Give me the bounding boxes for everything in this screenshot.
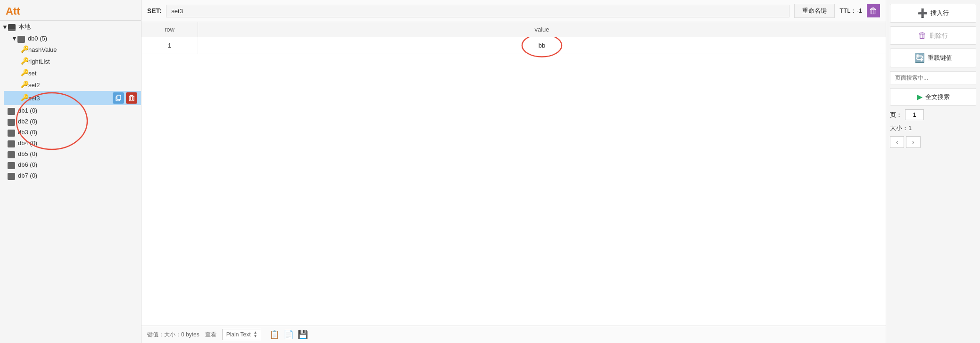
sidebar-item-db1[interactable]: db1 (0) — [0, 105, 141, 116]
table-header: row value — [141, 22, 886, 37]
db4-icon — [8, 140, 15, 146]
page-label: 页： — [890, 111, 902, 119]
key-item-set3[interactable]: 🔑 set3 — [4, 91, 141, 105]
page-search-input[interactable] — [890, 71, 976, 84]
cell-row-1: 1 — [141, 37, 198, 54]
footer-icons: 📋 📄 💾 — [269, 329, 308, 340]
key-icon-rightList: 🔑 — [21, 57, 28, 66]
table-row[interactable]: 1 bb — [141, 37, 886, 54]
trash-icon: 🗑 — [918, 31, 927, 41]
key-item-set[interactable]: 🔑 set — [4, 67, 141, 79]
key-icon-set: 🔑 — [21, 69, 28, 78]
db1-label: db1 (0) — [18, 107, 37, 114]
key-actions-set3 — [113, 92, 137, 104]
db0-group: ▼ db0 (5) 🔑 hashValue 🔑 rightList 🔑 set — [0, 33, 141, 105]
db6-label: db6 (0) — [18, 161, 37, 168]
db6-icon — [8, 162, 15, 168]
sidebar-item-db7[interactable]: db7 (0) — [0, 170, 141, 181]
footer-copy-icon[interactable]: 📋 — [269, 329, 280, 340]
sidebar-item-db2[interactable]: db2 (0) — [0, 116, 141, 127]
set-type-label: SET: — [147, 7, 161, 15]
root-arrow: ▼ — [2, 24, 8, 31]
root-db-icon — [8, 24, 16, 30]
sidebar-item-db3[interactable]: db3 (0) — [0, 127, 141, 138]
db3-label: db3 (0) — [18, 129, 37, 136]
footer-file-icon[interactable]: 📄 — [283, 329, 294, 340]
delete-row-button[interactable]: 🗑 删除行 — [890, 26, 976, 45]
db7-label: db7 (0) — [18, 172, 37, 179]
key-label-hashValue: hashValue — [28, 46, 57, 53]
nav-buttons: ‹ › — [890, 136, 976, 148]
copy-key-btn[interactable] — [113, 92, 124, 104]
key-label-set3: set3 — [28, 95, 40, 102]
col-header-row: row — [141, 22, 198, 37]
page-number-input[interactable] — [905, 109, 924, 120]
key-label-rightList: rightList — [28, 58, 50, 65]
key-label-set2: set2 — [28, 82, 40, 89]
key-icon-set3: 🔑 — [21, 94, 28, 103]
sidebar-item-db5[interactable]: db5 (0) — [0, 148, 141, 159]
play-icon: ▶ — [917, 92, 922, 101]
view-label: 查看 — [205, 331, 216, 339]
db0-label: db0 (5) — [28, 35, 47, 42]
sidebar-item-db0[interactable]: ▼ db0 (5) — [4, 33, 141, 44]
db4-label: db4 (0) — [18, 139, 37, 147]
table-footer: 键值：大小：0 bytes 查看 Plain Text ▲ ▼ 📋 📄 💾 — [141, 326, 886, 343]
key-item-hashValue[interactable]: 🔑 hashValue — [4, 44, 141, 56]
svg-text:🔑: 🔑 — [21, 57, 28, 65]
sidebar-item-db6[interactable]: db6 (0) — [0, 159, 141, 170]
fulltext-btn-label: 全文搜索 — [925, 93, 950, 101]
rename-button[interactable]: 重命名键 — [794, 4, 835, 18]
prev-page-button[interactable]: ‹ — [890, 136, 904, 148]
svg-text:🔑: 🔑 — [21, 69, 28, 76]
db0-icon — [17, 36, 25, 41]
db3-icon — [8, 130, 15, 135]
reload-btn-label: 重载键值 — [928, 54, 952, 62]
svg-text:🔑: 🔑 — [21, 81, 28, 88]
data-table: row value 1 bb 键值：大小：0 bytes 查看 Plain Te… — [141, 22, 886, 343]
svg-rect-6 — [117, 95, 121, 99]
table-body: 1 bb — [141, 37, 886, 326]
format-arrows-icon: ▲ ▼ — [254, 331, 257, 338]
next-page-button[interactable]: › — [906, 136, 920, 148]
app-header: Att — [0, 2, 141, 21]
db1-icon — [8, 108, 15, 114]
footer-save-icon[interactable]: 💾 — [297, 329, 308, 340]
format-selector[interactable]: Plain Text ▲ ▼ — [222, 329, 262, 340]
reload-key-button[interactable]: 🔄 重载键值 — [890, 49, 976, 67]
key-item-set2[interactable]: 🔑 set2 — [4, 79, 141, 91]
reload-icon: 🔄 — [914, 53, 925, 63]
db2-label: db2 (0) — [18, 118, 37, 125]
cell-value-text: bb — [539, 42, 545, 49]
db2-icon — [8, 119, 15, 124]
key-size-label: 键值：大小：0 bytes — [147, 331, 199, 339]
cell-value-bb[interactable]: bb — [198, 37, 886, 54]
fulltext-search-button[interactable]: ▶ 全文搜索 — [890, 88, 976, 106]
svg-rect-10 — [129, 96, 134, 97]
db0-arrow: ▼ — [11, 35, 17, 42]
insert-row-button[interactable]: ➕ 插入行 — [890, 4, 976, 23]
format-label: Plain Text — [226, 331, 251, 338]
svg-rect-11 — [130, 95, 133, 96]
svg-rect-7 — [129, 96, 134, 101]
plus-circle-icon: ➕ — [917, 8, 928, 18]
size-label: 大小：1 — [890, 124, 976, 132]
key-icon-set2: 🔑 — [21, 81, 28, 90]
sidebar: Att ▼ 本地 ▼ db0 (5) 🔑 hashValue 🔑 rightLi… — [0, 0, 141, 343]
key-item-rightList[interactable]: 🔑 rightList — [4, 56, 141, 67]
ttl-label: TTL：-1 — [839, 7, 862, 15]
insert-btn-label: 插入行 — [930, 9, 949, 17]
delete-key-sidebar-btn[interactable] — [126, 92, 137, 104]
sidebar-item-db4[interactable]: db4 (0) — [0, 138, 141, 148]
svg-text:🔑: 🔑 — [21, 45, 28, 53]
root-node[interactable]: ▼ 本地 — [0, 21, 141, 33]
col-header-value: value — [198, 22, 886, 37]
app-logo: Att — [6, 5, 20, 17]
delete-key-button[interactable]: 🗑 — [867, 4, 880, 17]
right-panel: ➕ 插入行 🗑 删除行 🔄 重载键值 ▶ 全文搜索 页： 大小：1 ‹ › — [886, 0, 980, 343]
db5-label: db5 (0) — [18, 150, 37, 157]
db7-icon — [8, 173, 15, 179]
set-header: SET: 重命名键 TTL：-1 🗑 — [141, 0, 886, 22]
pagination: 页： — [890, 109, 976, 120]
set-name-input[interactable] — [166, 5, 789, 17]
